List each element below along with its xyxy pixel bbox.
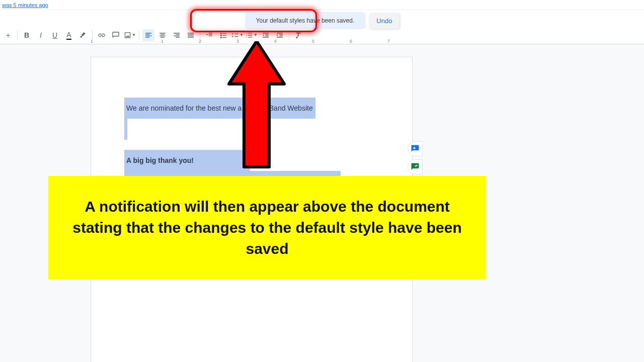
notification-message: Your default styles have been saved. <box>256 17 355 24</box>
highlight-button[interactable] <box>77 29 89 41</box>
line-spacing-icon <box>205 31 213 39</box>
revision-history-link[interactable]: was 5 minutes ago <box>0 0 644 10</box>
margin-buttons <box>408 141 423 174</box>
comment-plus-icon <box>411 144 420 153</box>
undo-label: Undo <box>376 17 392 25</box>
checklist-icon <box>219 31 227 39</box>
horizontal-ruler: 1 1 2 3 4 5 6 7 <box>91 39 413 47</box>
caption-text: A notification will then appear above th… <box>68 196 466 259</box>
doc-selection-fragment <box>124 119 127 140</box>
bold-button[interactable]: B <box>21 29 33 41</box>
comment-icon <box>112 31 120 39</box>
highlight-icon <box>79 31 87 39</box>
annotation-caption: A notification will then appear above th… <box>48 176 486 280</box>
image-icon <box>124 31 131 39</box>
italic-button[interactable]: I <box>35 29 47 41</box>
text-color-button[interactable]: A <box>63 29 75 41</box>
suggest-icon <box>411 162 420 171</box>
suggest-edits-margin-button[interactable] <box>408 159 423 174</box>
underline-button[interactable]: U <box>49 29 61 41</box>
align-right-icon <box>173 31 181 39</box>
indent-decrease-icon <box>262 31 270 39</box>
link-icon <box>98 31 106 39</box>
align-center-icon <box>158 31 167 39</box>
add-comment-margin-button[interactable] <box>408 141 423 156</box>
indent-increase-icon <box>276 31 284 39</box>
undo-button[interactable]: Undo <box>369 13 399 29</box>
notification-bar: Your default styles have been saved. Und… <box>245 12 399 29</box>
separator <box>17 30 18 40</box>
add-button[interactable]: + <box>2 29 14 41</box>
clear-format-icon <box>294 31 302 39</box>
notification-message-box: Your default styles have been saved. <box>245 12 366 29</box>
numbered-list-icon <box>246 31 253 39</box>
doc-text-line-1[interactable]: We are nominated for the best new a Band… <box>124 98 315 119</box>
align-left-icon <box>144 31 152 39</box>
bullet-list-icon <box>231 31 239 39</box>
history-text: was 5 minutes ago <box>2 2 48 8</box>
align-justify-icon <box>187 31 195 39</box>
doc-text-line-2[interactable]: A big big thank you! <box>124 150 250 171</box>
